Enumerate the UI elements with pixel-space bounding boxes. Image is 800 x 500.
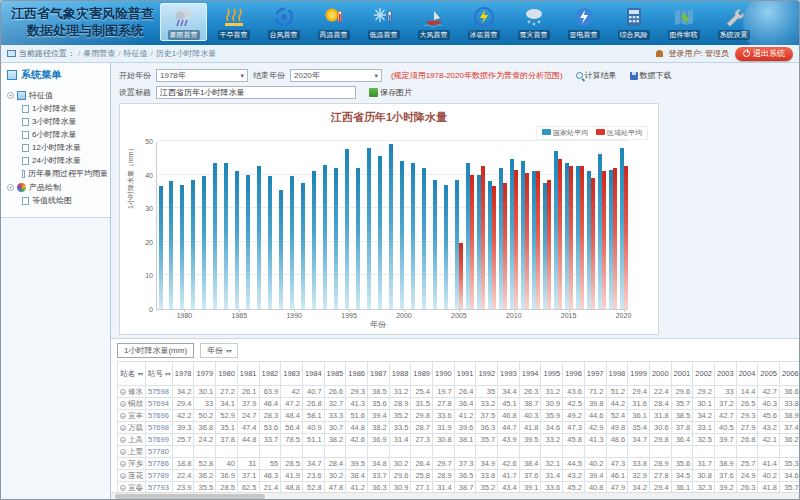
column-header-year[interactable]: 1991 bbox=[454, 362, 476, 386]
column-header-year[interactable]: 1989 bbox=[411, 362, 433, 386]
column-header-year[interactable]: 1987 bbox=[367, 362, 389, 386]
column-header-year[interactable]: 1999 bbox=[628, 362, 650, 386]
column-header-year[interactable]: 1994 bbox=[519, 362, 541, 386]
toolbar-item-label: 干旱普查 bbox=[218, 30, 250, 40]
toolbar-item-综合风险[interactable]: 综合风险 bbox=[610, 3, 657, 41]
legend-item[interactable]: 区域站平均 bbox=[596, 128, 642, 138]
table-row: +上高5769925.724.237.844.833.778.551.138.2… bbox=[118, 434, 800, 446]
breadcrumb-item[interactable]: 历史1小时降水量 bbox=[156, 49, 216, 58]
tree-item-1小时降水量[interactable]: 1小时降水量 bbox=[22, 102, 108, 115]
column-header-year[interactable]: 2005 bbox=[758, 362, 780, 386]
column-header-station-id[interactable]: 站号 ▾ ▾ bbox=[146, 362, 173, 386]
column-header-year[interactable]: 1984 bbox=[302, 362, 324, 386]
expander-icon[interactable]: + bbox=[7, 92, 14, 99]
scrollbar-thumb[interactable] bbox=[115, 494, 265, 499]
value-cell bbox=[172, 446, 194, 458]
value-cell: 47.4 bbox=[237, 422, 259, 434]
year-filter-dropdown[interactable]: 年份 ▾ ▾ bbox=[200, 343, 238, 358]
tree-item-6小时降水量[interactable]: 6小时降水量 bbox=[22, 128, 108, 141]
column-header-year[interactable]: 1979 bbox=[194, 362, 216, 386]
column-header-year[interactable]: 1988 bbox=[389, 362, 411, 386]
toolbar-item-图件审核[interactable]: 图件审核 bbox=[660, 3, 707, 41]
x-tick-label: 2000 bbox=[396, 312, 412, 319]
breadcrumb-item[interactable]: 特征值 bbox=[123, 49, 147, 58]
tree-group-特征值[interactable]: +特征值 bbox=[7, 88, 108, 102]
column-header-year[interactable]: 1983 bbox=[281, 362, 303, 386]
column-header-year[interactable]: 1986 bbox=[346, 362, 368, 386]
toolbar-item-低温普查[interactable]: 低温普查 bbox=[360, 3, 407, 41]
legend-item[interactable]: 国家站平均 bbox=[542, 128, 588, 138]
column-header-year[interactable]: 1990 bbox=[433, 362, 455, 386]
end-year-select[interactable]: 2020年 ▾ bbox=[290, 69, 382, 82]
row-expander-icon[interactable]: + bbox=[120, 401, 126, 407]
column-header-year[interactable]: 1998 bbox=[606, 362, 628, 386]
column-header-year[interactable]: 2002 bbox=[693, 362, 715, 386]
bar-国家站平均-1990 bbox=[290, 176, 294, 309]
column-header-year[interactable]: 1996 bbox=[563, 362, 585, 386]
column-header-year[interactable]: 2001 bbox=[671, 362, 693, 386]
value-cell: 38.9 bbox=[714, 458, 736, 470]
chart-title-input[interactable] bbox=[156, 86, 356, 99]
tree-item-24小时降水量[interactable]: 24小时降水量 bbox=[22, 154, 108, 167]
toolbar-item-雪灾普查[interactable]: 雪灾普查 bbox=[510, 3, 557, 41]
tree-item-历年暴雨过程平均雨量[interactable]: 历年暴雨过程平均雨量 bbox=[22, 167, 108, 180]
toolbar-item-系统设置[interactable]: 系统设置 bbox=[710, 3, 757, 41]
column-header-year[interactable]: 2003 bbox=[714, 362, 736, 386]
toolbar-item-暴雨普查[interactable]: 暴雨普查 bbox=[160, 3, 207, 41]
toolbar-item-台风普查[interactable]: 台风普查 bbox=[260, 3, 307, 41]
download-data-button[interactable]: 数据下载 bbox=[630, 70, 672, 81]
column-header-year[interactable]: 1997 bbox=[584, 362, 606, 386]
toolbar-item-干旱普查[interactable]: 干旱普查 bbox=[210, 3, 257, 41]
toolbar-item-雷电普查[interactable]: 雷电普查 bbox=[560, 3, 607, 41]
breadcrumb-item[interactable]: 暴雨普查 bbox=[83, 49, 115, 58]
bar-国家站平均-2004 bbox=[444, 185, 448, 309]
row-expander-icon[interactable]: + bbox=[120, 437, 126, 443]
column-header-year[interactable]: 2006 bbox=[780, 362, 799, 386]
tree-item-12小时降水量[interactable]: 12小时降水量 bbox=[22, 141, 108, 154]
cold-icon bbox=[372, 5, 396, 29]
column-header-year[interactable]: 1980 bbox=[216, 362, 238, 386]
logged-in-user: 登录用户: 管理员 bbox=[669, 48, 729, 59]
toolbar-item-高温普查[interactable]: 高温普查 bbox=[310, 3, 357, 41]
column-header-year[interactable]: 1993 bbox=[498, 362, 520, 386]
row-expander-icon[interactable]: + bbox=[120, 413, 126, 419]
sort-icons[interactable]: ▾ ▾ bbox=[138, 371, 143, 377]
tree-item-等值线绘图[interactable]: 等值线绘图 bbox=[22, 194, 108, 207]
column-header-year[interactable]: 1978 bbox=[172, 362, 194, 386]
tree-item-3小时降水量[interactable]: 3小时降水量 bbox=[22, 115, 108, 128]
bar-区域站平均-2010 bbox=[514, 170, 518, 309]
row-expander-icon[interactable]: + bbox=[120, 425, 126, 431]
bar-国家站平均-1989 bbox=[279, 190, 283, 309]
tree-group-产品绘制[interactable]: +产品绘制 bbox=[7, 180, 108, 194]
row-expander-icon[interactable]: + bbox=[120, 473, 126, 479]
app-window: 江西省气象灾害风险普查 数据处理与制图系统 暴雨普查干旱普查台风普查高温普查低温… bbox=[0, 0, 800, 500]
row-expander-icon[interactable]: + bbox=[120, 485, 126, 491]
column-header-year[interactable]: 2004 bbox=[736, 362, 758, 386]
column-header-year[interactable]: 1985 bbox=[324, 362, 346, 386]
bar-国家站平均-2011 bbox=[521, 161, 525, 309]
row-expander-icon[interactable]: + bbox=[120, 461, 126, 467]
column-header-year[interactable]: 1995 bbox=[541, 362, 563, 386]
column-header-year[interactable]: 1992 bbox=[476, 362, 498, 386]
start-year-select[interactable]: 1978年 ▾ bbox=[156, 69, 248, 82]
toolbar-item-大风普查[interactable]: 大风普查 bbox=[410, 3, 457, 41]
value-cell: 42.7 bbox=[758, 386, 780, 398]
horizontal-scrollbar[interactable] bbox=[111, 492, 799, 500]
logout-button[interactable]: 退出系统 bbox=[735, 47, 793, 61]
row-expander-icon[interactable]: + bbox=[120, 389, 126, 395]
station-name: +萍乡 bbox=[120, 459, 143, 469]
sort-icons[interactable]: ▾ ▾ bbox=[165, 371, 170, 377]
column-header-year[interactable]: 2000 bbox=[649, 362, 671, 386]
column-header-year[interactable]: 1981 bbox=[237, 362, 259, 386]
bar-国家站平均-1983 bbox=[213, 163, 217, 309]
bar-国家站平均-2001 bbox=[411, 163, 415, 309]
column-header-station-name[interactable]: 站名 ▾ ▾ bbox=[118, 362, 146, 386]
toolbar-item-冰雹普查[interactable]: 冰雹普查 bbox=[460, 3, 507, 41]
value-cell: 42.6 bbox=[346, 434, 368, 446]
y-tick-label: 40 bbox=[145, 171, 153, 178]
calculate-button[interactable]: 计算结果 bbox=[576, 70, 617, 81]
row-expander-icon[interactable]: + bbox=[120, 449, 126, 455]
column-header-year[interactable]: 1982 bbox=[259, 362, 281, 386]
save-image-button[interactable]: 保存图片 bbox=[369, 87, 412, 98]
expander-icon[interactable]: + bbox=[7, 184, 14, 191]
